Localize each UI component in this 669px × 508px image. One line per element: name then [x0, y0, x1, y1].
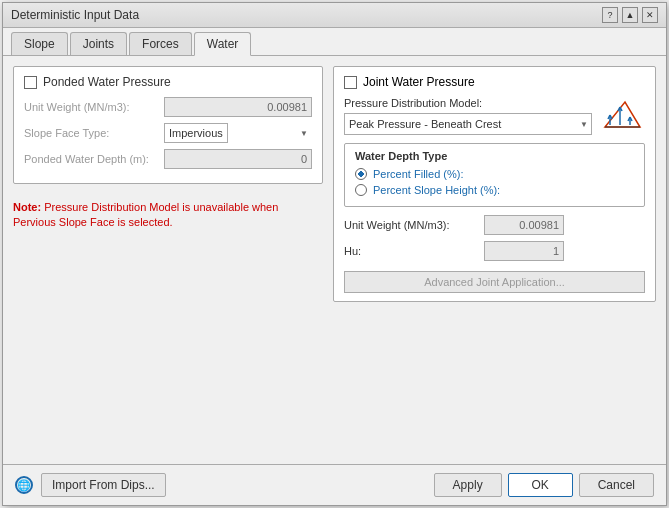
unit-weight-row: Unit Weight (MN/m3): — [24, 97, 312, 117]
hu-input[interactable] — [484, 241, 564, 261]
note-prefix: Note: — [13, 201, 44, 213]
percent-slope-row: Percent Slope Height (%): — [355, 184, 634, 196]
footer: 🌐 Import From Dips... Apply OK Cancel — [3, 464, 666, 505]
main-content: Ponded Water Pressure Unit Weight (MN/m3… — [3, 56, 666, 464]
note-content: Pressure Distribution Model is unavailab… — [13, 201, 278, 228]
percent-slope-radio[interactable] — [355, 184, 367, 196]
help-button[interactable]: ? — [602, 7, 618, 23]
slope-face-label: Slope Face Type: — [24, 127, 164, 139]
pressure-icon — [600, 97, 645, 135]
percent-slope-label: Percent Slope Height (%): — [373, 184, 500, 196]
joint-water-checkbox[interactable] — [344, 76, 357, 89]
slope-face-row: Slope Face Type: Impervious Pervious — [24, 123, 312, 143]
right-unit-weight-row: Unit Weight (MN/m3): — [344, 215, 645, 235]
pressure-model-select[interactable]: Peak Pressure - Beneath Crest Uniform Li… — [344, 113, 592, 135]
percent-filled-row: Percent Filled (%): — [355, 168, 634, 180]
tab-water[interactable]: Water — [194, 32, 252, 56]
joint-water-header: Joint Water Pressure — [344, 75, 645, 89]
collapse-button[interactable]: ▲ — [622, 7, 638, 23]
hu-label: Hu: — [344, 245, 484, 257]
slope-face-select-wrapper: Impervious Pervious — [164, 123, 312, 143]
ponded-water-label: Ponded Water Pressure — [43, 75, 171, 89]
ponded-depth-input[interactable] — [164, 149, 312, 169]
globe-icon: 🌐 — [15, 476, 33, 494]
water-depth-title: Water Depth Type — [355, 150, 634, 162]
right-unit-weight-input[interactable] — [484, 215, 564, 235]
title-bar: Deterministic Input Data ? ▲ ✕ — [3, 3, 666, 28]
ponded-depth-label: Ponded Water Depth (m): — [24, 153, 164, 165]
percent-filled-label: Percent Filled (%): — [373, 168, 463, 180]
hu-row: Hu: — [344, 241, 645, 261]
pressure-model-select-wrapper: Peak Pressure - Beneath Crest Uniform Li… — [344, 113, 592, 135]
water-depth-box: Water Depth Type Percent Filled (%): Per… — [344, 143, 645, 207]
footer-right: Apply OK Cancel — [434, 473, 654, 497]
apply-button[interactable]: Apply — [434, 473, 502, 497]
joint-water-section: Joint Water Pressure Pressure Distributi… — [333, 66, 656, 302]
pressure-model-label: Pressure Distribution Model: — [344, 97, 592, 109]
advanced-joint-button[interactable]: Advanced Joint Application... — [344, 271, 645, 293]
import-from-dips-button[interactable]: Import From Dips... — [41, 473, 166, 497]
unit-weight-label: Unit Weight (MN/m3): — [24, 101, 164, 113]
right-panel: Joint Water Pressure Pressure Distributi… — [333, 66, 656, 454]
cancel-button[interactable]: Cancel — [579, 473, 654, 497]
dialog: Deterministic Input Data ? ▲ ✕ Slope Joi… — [2, 2, 667, 506]
right-unit-weight-label: Unit Weight (MN/m3): — [344, 219, 484, 231]
tab-forces[interactable]: Forces — [129, 32, 192, 55]
tab-slope[interactable]: Slope — [11, 32, 68, 55]
note-text: Note: Pressure Distribution Model is una… — [13, 200, 323, 231]
joint-water-label: Joint Water Pressure — [363, 75, 475, 89]
unit-weight-input[interactable] — [164, 97, 312, 117]
footer-left: 🌐 Import From Dips... — [15, 473, 166, 497]
ponded-water-section: Ponded Water Pressure Unit Weight (MN/m3… — [13, 66, 323, 184]
ok-button[interactable]: OK — [508, 473, 573, 497]
close-button[interactable]: ✕ — [642, 7, 658, 23]
ponded-depth-row: Ponded Water Depth (m): — [24, 149, 312, 169]
ponded-water-checkbox[interactable] — [24, 76, 37, 89]
left-panel: Ponded Water Pressure Unit Weight (MN/m3… — [13, 66, 323, 454]
dialog-title: Deterministic Input Data — [11, 8, 139, 22]
slope-face-select[interactable]: Impervious Pervious — [164, 123, 228, 143]
tab-bar: Slope Joints Forces Water — [3, 28, 666, 56]
percent-filled-radio[interactable] — [355, 168, 367, 180]
tab-joints[interactable]: Joints — [70, 32, 127, 55]
